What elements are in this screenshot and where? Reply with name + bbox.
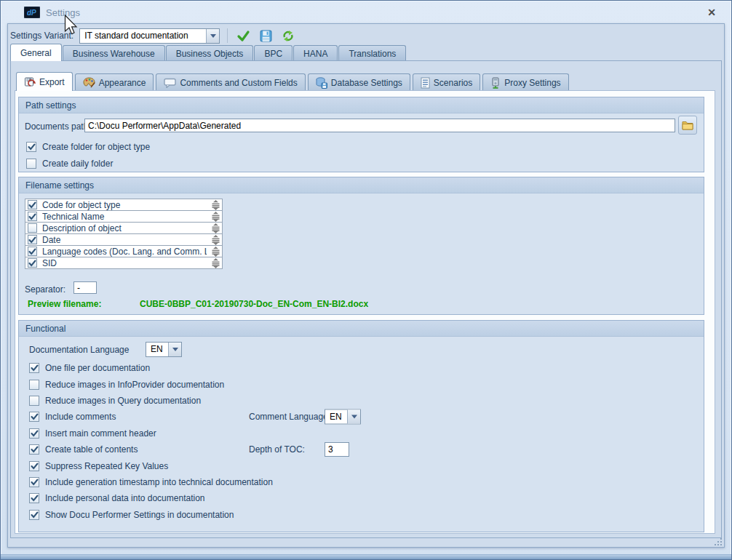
option-label: Include generation timestamp into techni… [45, 477, 273, 487]
save-button[interactable] [257, 28, 274, 44]
option-one-file-per-documentation[interactable]: One file per documentation [29, 360, 698, 376]
main-tab-bar: GeneralBusiness WarehouseBusiness Object… [10, 44, 407, 61]
option-label: Show Docu Performer Settings in document… [45, 510, 234, 520]
documentation-language-dropdown[interactable]: EN [146, 342, 182, 357]
checkbox-checked[interactable] [29, 477, 39, 487]
drag-handle-icon[interactable] [212, 212, 220, 222]
filename-part-language-codes-doc-lang-and-comm-lang[interactable]: Language codes (Doc. Lang. and Comm. Lan… [25, 245, 223, 257]
apply-button[interactable] [234, 28, 252, 44]
checkbox-checked[interactable] [29, 461, 39, 471]
tab-database-settings[interactable]: Database Settings [308, 73, 410, 91]
comment-language-label: Comment Language [249, 412, 328, 422]
checkbox-checked[interactable] [29, 444, 39, 455]
option-create-daily-folder[interactable]: Create daily folder [26, 159, 113, 169]
settings-variant-dropdown[interactable]: IT standard documentation [79, 28, 220, 44]
chevron-down-icon[interactable] [168, 343, 181, 356]
export-tab-page: Path settings Documents path: Create fol… [15, 90, 715, 534]
tab-label: Scenarios [434, 78, 472, 88]
filename-part-label: Date [42, 235, 207, 245]
option-create-folder-for-object-type[interactable]: Create folder for object type [26, 142, 150, 152]
filename-part-label: Description of object [42, 223, 207, 233]
general-tab-page: ExportAppearanceComments and Custom Fiel… [10, 60, 722, 538]
filename-part-sid[interactable]: SID [25, 257, 223, 269]
checkbox-checked[interactable] [29, 363, 39, 373]
filename-part-date[interactable]: Date [25, 233, 223, 246]
option-include-generation-timestamp-into-technical-documentation[interactable]: Include generation timestamp into techni… [29, 474, 698, 490]
checkbox-checked[interactable] [28, 258, 37, 268]
filename-part-code-for-object-type[interactable]: Code for object type [25, 199, 223, 211]
checkbox-checked[interactable] [29, 428, 39, 439]
option-suppress-repeated-key-values[interactable]: Suppress Repeated Key Values [29, 457, 698, 473]
group-title: Functional [19, 321, 704, 337]
tab-translations[interactable]: Translations [338, 45, 406, 61]
tab-label: General [20, 48, 52, 58]
checkbox-checked[interactable] [29, 412, 39, 422]
drag-handle-icon[interactable] [212, 223, 220, 233]
checkbox-unchecked[interactable] [29, 396, 39, 406]
depth-of-toc-label: Depth of TOC: [249, 444, 305, 455]
checkbox-checked[interactable] [28, 235, 37, 244]
drag-handle-icon[interactable] [212, 247, 220, 257]
titlebar[interactable]: dP Settings ✕ [2, 2, 730, 23]
tab-scenarios[interactable]: Scenarios [413, 73, 480, 91]
drag-handle-icon[interactable] [212, 200, 220, 210]
window-title: Settings [46, 7, 80, 18]
separator-input[interactable] [73, 281, 97, 294]
sub-tab-bar: ExportAppearanceComments and Custom Fiel… [16, 73, 571, 91]
group-title: Filename settings [19, 177, 704, 193]
drag-handle-icon[interactable] [212, 235, 220, 245]
close-icon[interactable]: ✕ [705, 7, 718, 18]
tab-comments-and-custom-fields[interactable]: Comments and Custom Fields [156, 73, 305, 91]
browse-folder-button[interactable] [678, 116, 697, 135]
tab-proxy-settings[interactable]: Proxy Settings [482, 73, 568, 91]
filename-part-description-of-object[interactable]: Description of object [25, 222, 223, 234]
settings-variant-value: IT standard documentation [80, 29, 206, 43]
proxy-icon [490, 77, 501, 89]
filename-part-technical-name[interactable]: Technical Name [25, 210, 223, 223]
option-include-personal-data-into-documentation[interactable]: Include personal data into documentation [29, 490, 698, 506]
tab-label: Appearance [99, 78, 146, 88]
depth-of-toc-input[interactable] [325, 442, 349, 457]
option-show-docu-performer-settings-in-documentation[interactable]: Show Docu Performer Settings in document… [29, 507, 698, 523]
comment-language-dropdown[interactable]: EN [325, 409, 361, 425]
tab-appearance[interactable]: Appearance [75, 73, 154, 91]
tab-business-objects[interactable]: Business Objects [166, 45, 254, 61]
option-include-comments[interactable]: Include commentsComment LanguageEN [29, 409, 698, 425]
option-create-table-of-contents[interactable]: Create table of contentsDepth of TOC: [29, 441, 698, 457]
checkbox-checked[interactable] [28, 200, 37, 209]
checkbox-checked[interactable] [28, 212, 37, 221]
documents-path-input[interactable] [84, 119, 675, 132]
checkbox-checked[interactable] [29, 493, 39, 503]
filename-part-label: Technical Name [42, 212, 207, 222]
tab-export[interactable]: Export [16, 72, 73, 91]
option-reduce-images-in-query-documentation[interactable]: Reduce images in Query documentation [29, 393, 698, 409]
settings-dialog: Settings Variant: IT standard documentat… [7, 23, 725, 548]
save-icon [260, 30, 272, 42]
tab-general[interactable]: General [10, 44, 62, 61]
checkbox-checked[interactable] [29, 510, 39, 520]
tab-label: Proxy Settings [504, 78, 560, 88]
option-label: Include personal data into documentation [45, 493, 205, 503]
checkbox-checked[interactable] [26, 142, 36, 152]
checkbox-unchecked[interactable] [26, 159, 36, 169]
chevron-down-icon[interactable] [206, 29, 219, 43]
checkbox-checked[interactable] [28, 247, 37, 256]
svg-text:dP: dP [27, 9, 36, 17]
tab-hana[interactable]: HANA [293, 45, 338, 61]
tab-label: Export [39, 77, 65, 87]
separator-label: Separator: [25, 284, 65, 295]
tab-label: BPC [264, 49, 282, 59]
checkbox-unchecked[interactable] [28, 223, 37, 233]
chevron-down-icon[interactable] [347, 410, 360, 424]
dropdown-value: EN [325, 410, 347, 424]
tab-business-warehouse[interactable]: Business Warehouse [63, 45, 165, 61]
checkbox-unchecked[interactable] [29, 380, 39, 390]
tab-bpc[interactable]: BPC [254, 45, 293, 61]
refresh-button[interactable] [279, 28, 297, 44]
folder-icon [682, 121, 693, 130]
option-reduce-images-in-infoprovider-documentation[interactable]: Reduce images in InfoProvider documentat… [29, 376, 698, 392]
option-insert-main-comment-header[interactable]: Insert main comment header [29, 425, 698, 441]
path-settings-group: Path settings Documents path: Create fol… [18, 97, 704, 172]
export-icon [24, 76, 36, 88]
drag-handle-icon[interactable] [212, 258, 220, 268]
